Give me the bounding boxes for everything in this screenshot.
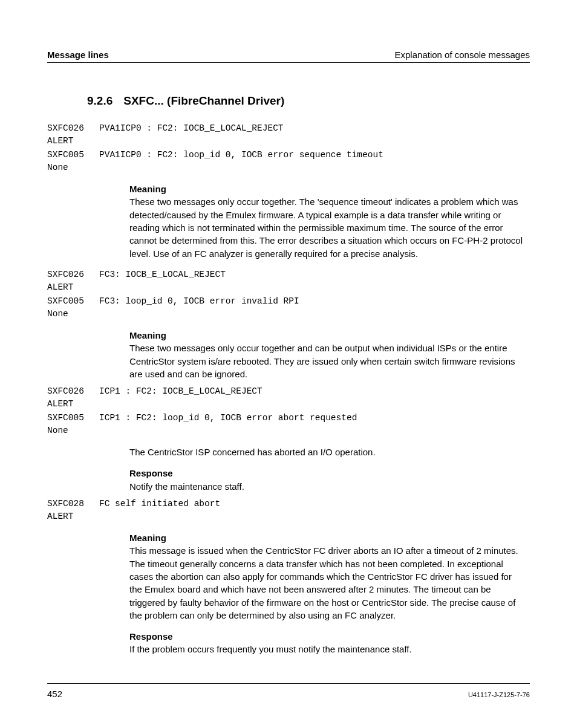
message-row: SXFC028 ALERT FC self initiated abort — [47, 498, 530, 523]
page-footer: 452 U41117-J-Z125-7-76 — [47, 683, 530, 699]
meaning-body: These two messages only occur together. … — [129, 195, 524, 259]
explanation-body: The CentricStor ISP concerned has aborte… — [129, 446, 524, 458]
message-text: FC3: IOCB_E_LOCAL_REJECT — [99, 268, 226, 294]
response-body: If the problem occurs frequently you mus… — [129, 643, 524, 655]
explanation-block: The CentricStor ISP concerned has aborte… — [129, 446, 524, 493]
message-code: SXFC028 ALERT — [47, 498, 99, 523]
message-text: PVA1ICP0 : FC2: IOCB_E_LOCAL_REJECT — [99, 122, 284, 148]
message-code: SXFC005 None — [47, 295, 99, 320]
header-chapter-title: Explanation of console messages — [395, 50, 530, 60]
document-id: U41117-J-Z125-7-76 — [468, 691, 530, 698]
message-text: FC self initiated abort — [99, 498, 220, 523]
message-row: SXFC026 ALERT ICP1 : FC2: IOCB_E_LOCAL_R… — [47, 385, 530, 411]
message-row: SXFC026 ALERT FC3: IOCB_E_LOCAL_REJECT — [47, 268, 530, 294]
message-text: ICP1 : FC2: IOCB_E_LOCAL_REJECT — [99, 385, 262, 411]
message-row: SXFC005 None FC3: loop_id 0, IOCB error … — [47, 295, 530, 320]
meaning-heading: Meaning — [129, 183, 524, 195]
message-code: SXFC005 None — [47, 412, 99, 437]
response-heading: Response — [129, 467, 524, 479]
meaning-heading: Meaning — [129, 531, 524, 544]
response-heading: Response — [129, 630, 524, 643]
explanation-block: Meaning These two messages only occur to… — [129, 329, 524, 380]
explanation-block: Meaning This message is issued when the … — [129, 531, 524, 656]
message-code: SXFC005 None — [47, 149, 99, 174]
message-code: SXFC026 ALERT — [47, 122, 99, 148]
page-header: Message lines Explanation of console mes… — [47, 50, 530, 63]
message-code: SXFC026 ALERT — [47, 385, 99, 411]
message-text: FC3: loop_id 0, IOCB error invalid RPI — [99, 295, 299, 320]
page-number: 452 — [47, 689, 62, 699]
message-row: SXFC005 None ICP1 : FC2: loop_id 0, IOCB… — [47, 412, 530, 437]
response-body: Notify the maintenance staff. — [129, 480, 524, 493]
meaning-heading: Meaning — [129, 329, 524, 342]
header-section-title: Message lines — [47, 50, 109, 60]
section-title: SXFC... (FibreChannel Driver) — [123, 94, 284, 107]
message-text: ICP1 : FC2: loop_id 0, IOCB error abort … — [99, 412, 357, 437]
section-number: 9.2.6 — [87, 94, 112, 108]
meaning-body: These two messages only occur together a… — [129, 342, 524, 380]
explanation-block: Meaning These two messages only occur to… — [129, 183, 524, 260]
meaning-body: This message is issued when the CentricS… — [129, 544, 524, 622]
section-heading: 9.2.6SXFC... (FibreChannel Driver) — [87, 94, 530, 108]
message-row: SXFC026 ALERT PVA1ICP0 : FC2: IOCB_E_LOC… — [47, 122, 530, 148]
message-text: PVA1ICP0 : FC2: loop_id 0, IOCB error se… — [99, 149, 383, 174]
message-row: SXFC005 None PVA1ICP0 : FC2: loop_id 0, … — [47, 149, 530, 174]
message-code: SXFC026 ALERT — [47, 268, 99, 294]
